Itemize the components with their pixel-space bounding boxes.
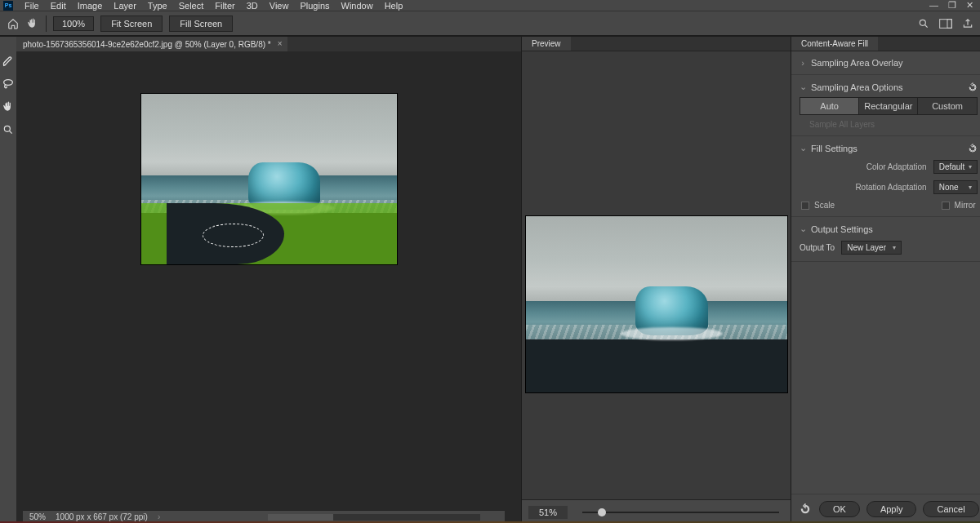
scale-label: Scale (814, 201, 835, 210)
caf-action-bar: OK Apply Cancel (791, 494, 980, 523)
output-to-dropdown[interactable]: New Layer (841, 241, 902, 255)
menu-window[interactable]: Window (341, 1, 373, 11)
zoom-level-input[interactable]: 100% (53, 16, 94, 31)
menu-view[interactable]: View (270, 1, 289, 11)
rotation-adaptation-label: Rotation Adaptation (800, 183, 927, 192)
preview-zoom-slider[interactable] (582, 512, 779, 513)
reset-all-icon[interactable] (798, 502, 813, 516)
preview-viewport[interactable] (522, 51, 791, 499)
chevron-down-icon: ⌄ (800, 82, 806, 92)
section-label: Sampling Area Options (811, 82, 903, 92)
fill-screen-button[interactable]: Fill Screen (169, 16, 233, 32)
color-adaptation-dropdown[interactable]: Default (933, 160, 978, 174)
hand-tool-icon[interactable] (0, 99, 16, 115)
menu-help[interactable]: Help (385, 1, 403, 11)
menu-3d[interactable]: 3D (247, 1, 258, 11)
sample-all-layers-disabled: Sample All Layers (800, 120, 978, 129)
lasso-tool-icon[interactable] (0, 76, 16, 92)
lasso-selection (203, 224, 264, 247)
restore-icon[interactable]: ❐ (948, 0, 956, 11)
menu-filter[interactable]: Filter (215, 1, 234, 11)
menu-file[interactable]: File (24, 1, 39, 11)
slider-thumb[interactable] (598, 508, 606, 516)
sampling-mode-custom[interactable]: Custom (918, 97, 977, 115)
workspace: photo-1567365356014-9ce2e62e0cf2.jpg @ 5… (0, 36, 980, 523)
hand-tool-icon[interactable] (26, 17, 39, 30)
menu-bar: Ps File Edit Image Layer Type Select Fil… (0, 0, 980, 11)
svg-point-4 (4, 126, 10, 131)
color-adaptation-label: Color Adaptation (800, 162, 927, 171)
menu-plugins[interactable]: Plugins (300, 1, 329, 11)
status-zoom[interactable]: 50% (29, 512, 46, 521)
horizontal-scrollbar[interactable] (268, 514, 480, 521)
window-controls: — ❐ ✕ (929, 0, 973, 11)
preview-panel: Preview 51% (521, 36, 791, 523)
sampling-brush-tool-icon[interactable] (0, 53, 16, 69)
ok-button[interactable]: OK (819, 501, 860, 517)
chevron-down-icon: ⌄ (800, 143, 806, 153)
app-logo: Ps (3, 1, 13, 11)
output-settings-header[interactable]: ⌄ Output Settings (800, 224, 978, 234)
scale-checkbox[interactable] (801, 202, 809, 210)
menu-select[interactable]: Select (179, 1, 204, 11)
content-aware-fill-panel: Content-Aware Fill › Sampling Area Overl… (791, 36, 980, 523)
section-label: Fill Settings (811, 144, 858, 153)
section-label: Output Settings (811, 224, 873, 234)
document-tab-row: photo-1567365356014-9ce2e62e0cf2.jpg @ 5… (16, 37, 521, 51)
tool-palette (0, 36, 16, 523)
cancel-button[interactable]: Cancel (923, 501, 978, 517)
menu-layer[interactable]: Layer (114, 1, 136, 11)
fit-screen-button[interactable]: Fit Screen (100, 16, 163, 32)
search-icon[interactable] (918, 18, 929, 29)
svg-point-0 (920, 20, 925, 25)
sampling-mode-segmented: Auto Rectangular Custom (800, 97, 978, 115)
share-icon[interactable] (962, 18, 973, 29)
sampling-area-overlay-header[interactable]: › Sampling Area Overlay (800, 58, 978, 68)
canvas-viewport[interactable] (16, 51, 521, 523)
home-icon[interactable] (7, 17, 20, 30)
preview-tab[interactable]: Preview (522, 37, 571, 51)
fill-settings-header[interactable]: ⌄ Fill Settings (800, 143, 978, 153)
menu-edit[interactable]: Edit (51, 1, 66, 11)
document-canvas[interactable] (141, 94, 397, 264)
rotation-adaptation-dropdown[interactable]: None (933, 180, 978, 194)
status-dims: 1000 px x 667 px (72 ppi) (56, 512, 148, 521)
chevron-right-icon: › (800, 58, 806, 68)
minimize-icon[interactable]: — (929, 0, 938, 11)
close-tab-icon[interactable]: × (278, 39, 283, 48)
document-area: photo-1567365356014-9ce2e62e0cf2.jpg @ 5… (16, 36, 521, 523)
mirror-checkbox[interactable] (942, 202, 950, 210)
close-icon[interactable]: ✕ (966, 0, 973, 11)
workspace-icon[interactable] (939, 18, 952, 29)
sampling-area-options-header[interactable]: ⌄ Sampling Area Options (800, 82, 978, 92)
svg-rect-2 (947, 19, 951, 28)
svg-rect-1 (940, 19, 952, 28)
output-to-label: Output To (800, 243, 835, 252)
status-bar: 50% 1000 px x 667 px (72 ppi) › (23, 510, 505, 523)
caf-tab[interactable]: Content-Aware Fill (791, 37, 878, 51)
apply-button[interactable]: Apply (866, 501, 917, 517)
mirror-label: Mirror (955, 201, 976, 210)
zoom-tool-icon[interactable] (0, 122, 16, 138)
reset-icon[interactable] (968, 82, 978, 92)
preview-tab-row: Preview (522, 37, 791, 51)
menu-type[interactable]: Type (148, 1, 167, 11)
preview-zoom-input[interactable]: 51% (528, 506, 568, 519)
chevron-down-icon: ⌄ (800, 224, 806, 234)
menu-image[interactable]: Image (78, 1, 103, 11)
document-tab-label: photo-1567365356014-9ce2e62e0cf2.jpg @ 5… (23, 40, 271, 49)
sampling-mode-rectangular[interactable]: Rectangular (859, 97, 918, 115)
document-tab[interactable]: photo-1567365356014-9ce2e62e0cf2.jpg @ 5… (16, 37, 287, 51)
options-bar: 100% Fit Screen Fill Screen (0, 11, 980, 36)
preview-zoom-bar: 51% (522, 499, 791, 523)
section-label: Sampling Area Overlay (811, 58, 903, 68)
preview-canvas (526, 216, 787, 392)
caf-tab-row: Content-Aware Fill (791, 37, 980, 51)
sampling-mode-auto[interactable]: Auto (800, 97, 859, 115)
reset-icon[interactable] (968, 144, 978, 153)
